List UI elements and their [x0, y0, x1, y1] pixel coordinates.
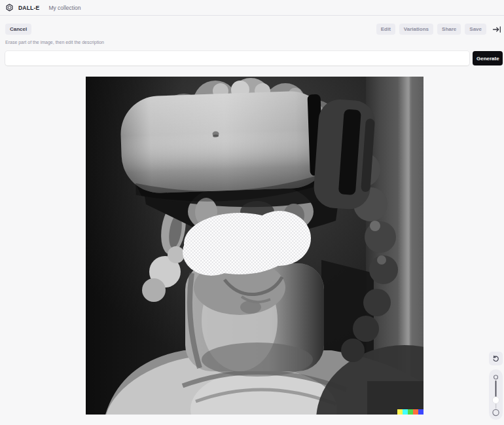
undo-icon — [492, 355, 499, 362]
top-bar: DALL-E My collection — [0, 0, 504, 16]
slider-track[interactable] — [495, 380, 497, 397]
vr-headset — [120, 90, 332, 204]
prompt-input[interactable]: An antique bust of a Greek philosopher w… — [5, 51, 469, 65]
image-canvas[interactable] — [86, 77, 423, 415]
headset-strap — [312, 98, 376, 211]
slider-track-lower[interactable] — [495, 403, 496, 409]
nav-my-collection[interactable]: My collection — [48, 5, 81, 11]
save-button[interactable]: Save — [465, 24, 486, 35]
share-button[interactable]: Share — [437, 24, 461, 35]
openai-logo-icon[interactable] — [5, 3, 14, 12]
brush-size-slider[interactable] — [489, 369, 503, 420]
generate-button[interactable]: Generate — [473, 51, 503, 65]
collapse-panel-arrow-icon[interactable] — [492, 26, 501, 33]
cancel-button[interactable]: Cancel — [5, 24, 31, 35]
edit-button[interactable]: Edit — [376, 24, 395, 35]
variations-button[interactable]: Variations — [399, 24, 433, 35]
edited-image — [86, 77, 423, 415]
brand-title: DALL-E — [18, 5, 39, 11]
watermark-square — [408, 409, 413, 415]
brush-max-icon — [493, 409, 499, 415]
helper-text: Erase part of the image, then edit the d… — [5, 40, 104, 45]
slider-thumb[interactable] — [492, 397, 499, 403]
action-buttons: Edit Variations Share Save — [376, 24, 486, 35]
watermark-square — [403, 409, 408, 415]
brush-min-icon — [494, 375, 498, 379]
dalle-watermark — [397, 409, 423, 415]
undo-button[interactable] — [489, 352, 503, 365]
watermark-square — [418, 409, 423, 415]
watermark-square — [413, 409, 418, 415]
dalle-editor-app: DALL-E My collection Cancel Edit Variati… — [0, 0, 504, 425]
watermark-square — [397, 409, 403, 415]
